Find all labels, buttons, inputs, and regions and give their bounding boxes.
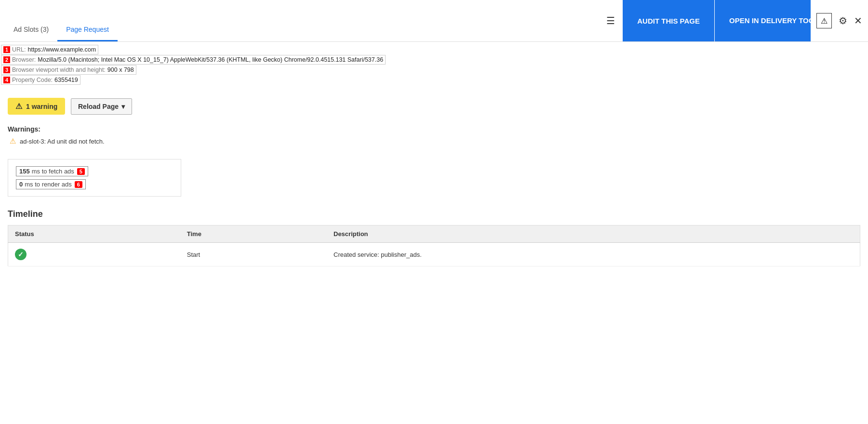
info-value: Mozilla/5.0 (Macintosh; Intel Mac OS X 1…: [38, 56, 383, 63]
stat-value: 0: [19, 181, 23, 188]
open-in-delivery-tools-button[interactable]: OPEN IN DELIVERY TOOLS: [714, 0, 811, 41]
timeline-description-cell: Created service: publisher_ads.: [327, 243, 860, 266]
warnings-list: ⚠ad-slot-3: Ad unit did not fetch.: [8, 137, 860, 146]
warning-item: ⚠ad-slot-3: Ad unit did not fetch.: [10, 137, 860, 146]
chevron-down-icon: ▾: [121, 103, 125, 110]
info-label: Browser:: [12, 56, 36, 63]
col-status: Status: [8, 225, 180, 243]
tab-page-request[interactable]: Page Request: [57, 21, 118, 41]
tab-bar: Ad Slots (3) Page Request: [0, 0, 599, 41]
gear-icon: ⚙: [839, 15, 847, 26]
header-actions: AUDIT THIS PAGE OPEN IN DELIVERY TOOLS: [623, 0, 811, 41]
table-row: StartCreated service: publisher_ads.: [8, 243, 860, 266]
warning-section: ⚠ 1 warning Reload Page ▾: [0, 88, 868, 119]
warning-badge-label: 1 warning: [26, 103, 57, 110]
reload-page-button[interactable]: Reload Page ▾: [71, 98, 132, 115]
timeline-header-row: Status Time Description: [8, 225, 860, 243]
info-row-number: 4: [3, 77, 10, 83]
info-row: 4Property Code:6355419: [1, 75, 80, 85]
timeline-body: StartCreated service: publisher_ads.: [8, 243, 860, 266]
warning-item-text: ad-slot-3: Ad unit did not fetch.: [20, 138, 105, 145]
col-description: Description: [327, 225, 860, 243]
info-section: 1URL:https://www.example.com2Browser:Moz…: [0, 42, 868, 88]
info-row-number: 2: [3, 56, 10, 63]
settings-icon-button[interactable]: ⚙: [839, 15, 847, 26]
timeline-section: Timeline Status Time Description StartCr…: [0, 204, 868, 271]
close-icon-button[interactable]: ✕: [854, 15, 862, 26]
info-row-number: 1: [3, 46, 10, 53]
warnings-block: Warnings: ⚠ad-slot-3: Ad unit did not fe…: [0, 119, 868, 151]
status-check-icon: [15, 249, 27, 260]
warning-icon: ⚠: [15, 102, 22, 111]
info-label: Browser viewport width and height:: [12, 66, 106, 73]
stat-badge: 5: [77, 168, 85, 175]
info-value: 6355419: [54, 77, 78, 83]
info-label: Property Code:: [12, 77, 53, 83]
info-value: https://www.example.com: [27, 46, 96, 53]
stat-label: ms to render ads: [25, 181, 72, 188]
info-row: 3Browser viewport width and height:900 x…: [1, 65, 136, 75]
stat-row: 0ms to render ads6: [16, 179, 86, 189]
stat-value: 155: [19, 168, 30, 175]
close-icon: ✕: [854, 15, 862, 26]
timeline-table: Status Time Description StartCreated ser…: [8, 225, 860, 266]
header-icons: ⚠ ⚙ ✕: [811, 0, 868, 41]
info-row-number: 3: [3, 66, 10, 73]
info-row: 1URL:https://www.example.com: [1, 45, 98, 54]
info-value: 900 x 798: [107, 66, 134, 73]
tab-ad-slots[interactable]: Ad Slots (3): [5, 21, 57, 41]
timeline-status-cell: [8, 243, 180, 266]
timeline-title: Timeline: [8, 209, 860, 219]
stats-box: 155ms to fetch ads50ms to render ads6: [8, 159, 181, 197]
warning-item-icon: ⚠: [10, 137, 16, 146]
col-time: Time: [180, 225, 327, 243]
stat-badge: 6: [75, 181, 82, 188]
info-label: URL:: [12, 46, 26, 53]
header: Ad Slots (3) Page Request ☰ AUDIT THIS P…: [0, 0, 868, 42]
timeline-time-cell: Start: [180, 243, 327, 266]
warning-badge: ⚠ 1 warning: [8, 98, 65, 115]
stat-row: 155ms to fetch ads5: [16, 166, 88, 176]
audit-this-page-button[interactable]: AUDIT THIS PAGE: [623, 0, 714, 41]
info-row: 2Browser:Mozilla/5.0 (Macintosh; Intel M…: [1, 55, 386, 65]
message-icon-button[interactable]: ⚠: [816, 13, 832, 28]
menu-icon[interactable]: ☰: [599, 0, 623, 41]
warnings-title: Warnings:: [8, 125, 860, 133]
stat-label: ms to fetch ads: [32, 168, 74, 175]
message-icon: ⚠: [821, 16, 828, 26]
reload-page-label: Reload Page: [78, 103, 119, 110]
